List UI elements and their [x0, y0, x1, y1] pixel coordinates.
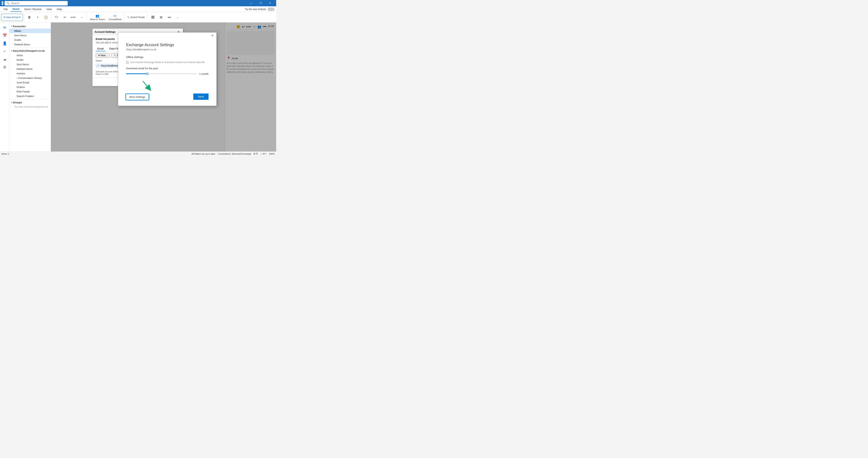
try-outlook-label: Try the new Outlook — [245, 8, 266, 11]
exchange-dialog-header: ✕ — [118, 33, 216, 39]
account-check-icon: ✓ — [97, 64, 99, 67]
account-name-small: GaryJ — [96, 73, 101, 75]
toolbar-separator-5 — [148, 14, 148, 21]
teams-icon: 👥 — [95, 14, 99, 18]
unread-label: Unread/Read — [108, 18, 121, 21]
menu-help[interactable]: Help — [55, 7, 64, 11]
new-email-dropdown-icon[interactable]: ▾ — [19, 16, 21, 19]
rules-icon: 🛡 — [55, 16, 58, 19]
search-bar[interactable]: 🔍 — [4, 1, 68, 5]
more-settings-button[interactable]: More Settings — [126, 94, 149, 100]
folder-search[interactable]: Search Folders — [9, 94, 51, 98]
rules-button[interactable]: 🛡 — [53, 13, 60, 22]
account-label: GaryJobs@texaport.co.uk — [13, 49, 45, 52]
folder-inbox-favourite[interactable]: Inbox — [9, 29, 51, 33]
expand-button[interactable]: ⌄ — [174, 13, 182, 22]
filter-icon: ⊞ — [160, 16, 162, 19]
search-input[interactable] — [11, 2, 66, 5]
reply-all-button[interactable]: ↩↩ — [69, 13, 77, 22]
new-account-button[interactable]: ✉ New... — [96, 53, 110, 58]
more-icon: ••• — [168, 16, 171, 19]
cached-mode-row: ✓ Use Cached Exchange Mode to download e… — [126, 61, 209, 64]
sidebar-people-icon[interactable]: 👤 — [1, 40, 8, 47]
picture-icon: 🖼 — [151, 16, 154, 19]
menu-send-receive[interactable]: Send / Receive — [22, 7, 43, 11]
folder-drafts-favourite[interactable]: Drafts — [9, 38, 51, 42]
sidebar-calendar-icon[interactable]: 📅 — [1, 32, 8, 39]
sidebar-apps-icon[interactable]: ⊞ — [1, 63, 8, 71]
outlook-toggle-switch[interactable] — [268, 7, 275, 11]
sidebar-onedrive-icon[interactable]: ☁ — [1, 56, 8, 63]
search-people-button[interactable]: 🔍 Search People — [125, 13, 146, 22]
offline-settings-label: Offline Settings — [126, 56, 209, 59]
folder-account-deleted[interactable]: Deleted Items — [9, 67, 51, 71]
dialog-tab-email[interactable]: Email — [96, 47, 105, 51]
title-bar-left: O 🔍 — [2, 1, 48, 5]
slider-fill — [126, 73, 147, 74]
reply-button[interactable]: ↩ — [61, 13, 69, 22]
slider-thumb[interactable] — [146, 72, 149, 75]
menu-view[interactable]: View — [44, 7, 54, 11]
slider-row: 1 month — [126, 72, 209, 76]
folder-account-sent[interactable]: Sent Items — [9, 62, 51, 67]
content-area: Account Settings ✕ Email Accounts You ca… — [51, 23, 276, 151]
forward-button[interactable]: → — [78, 13, 86, 22]
new-email-button[interactable]: ✉ New Email ▾ — [1, 14, 23, 21]
account-settings-title: Account Settings — [94, 30, 116, 33]
slider-track — [126, 73, 197, 74]
reply-icon: ↩ — [64, 16, 66, 19]
delete-button[interactable]: 🗑 — [26, 13, 33, 22]
archive-button[interactable]: 📋 — [42, 13, 50, 22]
sidebar-tasks-icon[interactable]: ✓ — [1, 48, 8, 55]
folder-panel: ▾ Favourites Inbox Sent Items Drafts Del… — [9, 23, 51, 151]
folder-account-archive[interactable]: Archive — [9, 71, 51, 76]
menu-home[interactable]: Home — [10, 7, 22, 12]
more-button[interactable]: ••• — [165, 13, 174, 22]
menu-file[interactable]: File — [2, 7, 10, 11]
share-teams-button[interactable]: 👥Share to Teams — [88, 13, 106, 22]
new-email-icon: ✉ — [3, 16, 5, 19]
folder-junk[interactable]: Junk Email — [9, 80, 51, 85]
folder-account-inbox[interactable]: Inbox — [9, 53, 51, 58]
folder-outbox[interactable]: Outbox — [9, 85, 51, 89]
exchange-dialog-footer: More Settings Next — [118, 93, 216, 106]
cached-mode-checkbox[interactable]: ✓ — [126, 61, 129, 64]
folder-account-drafts[interactable]: Drafts — [9, 58, 51, 62]
status-right: All folders are up to date. Connected to… — [191, 152, 275, 155]
download-email-label: Download email for the past: — [126, 67, 209, 70]
checkbox-check-icon: ✓ — [127, 61, 128, 63]
close-button[interactable]: ✕ — [266, 0, 275, 6]
exchange-dialog-subtitle: Gary.Jobs@texaport.co.uk — [126, 48, 209, 51]
folder-conversation-history[interactable]: › Conversation History — [9, 76, 51, 80]
sidebar-mail-icon[interactable]: ✉ — [1, 24, 8, 31]
folder-rss[interactable]: RSS Feeds — [9, 89, 51, 94]
minimize-button[interactable]: — — [247, 0, 256, 6]
delete-icon: 🗑 — [28, 16, 31, 19]
restore-button[interactable]: ❐ — [256, 0, 265, 6]
download-slider[interactable] — [126, 72, 197, 76]
folder-deleted-favourite[interactable]: Deleted Items — [9, 42, 51, 47]
favourites-collapse-icon: ▾ — [11, 25, 12, 27]
groups-header[interactable]: ▾ Groups — [9, 100, 51, 105]
sidebar-icons: ✉ 📅 👤 ✓ ☁ ⊞ — [0, 23, 9, 151]
status-bar: Items: 1 All folders are up to date. Con… — [0, 151, 276, 156]
unread-icon: 📧 — [113, 14, 117, 18]
groups-note: You have not joined any groups yet — [9, 105, 51, 109]
delete-dropdown[interactable]: ▾ — [34, 13, 42, 22]
picture-button[interactable]: 🖼 — [149, 13, 157, 22]
cached-mode-label: Use Cached Exchange Mode to download ema… — [130, 61, 205, 64]
zoom-percent: 100% — [269, 153, 275, 155]
exchange-dialog-close-button[interactable]: ✕ — [210, 33, 215, 38]
folder-sent-favourite[interactable]: Sent Items — [9, 33, 51, 38]
groups-collapse-icon: ▾ — [11, 101, 12, 103]
next-button[interactable]: Next — [193, 93, 209, 100]
archive-icon: 📋 — [44, 16, 48, 19]
try-outlook-toggle[interactable]: Try the new Outlook — [245, 7, 275, 11]
favourites-header[interactable]: ▾ Favourites — [9, 24, 51, 29]
account-header[interactable]: ▾ GaryJobs@texaport.co.uk — [9, 49, 51, 53]
groups-label: Groups — [13, 101, 22, 104]
filter-button[interactable]: ⊞ — [157, 13, 165, 22]
exchange-account-dialog: ✕ Exchange Account Settings Gary.Jobs@te… — [118, 32, 217, 106]
unread-read-button[interactable]: 📧Unread/Read — [107, 13, 123, 22]
main-layout: ✉ 📅 👤 ✓ ☁ ⊞ ▾ Favourites Inbox Sent Item… — [0, 23, 276, 151]
